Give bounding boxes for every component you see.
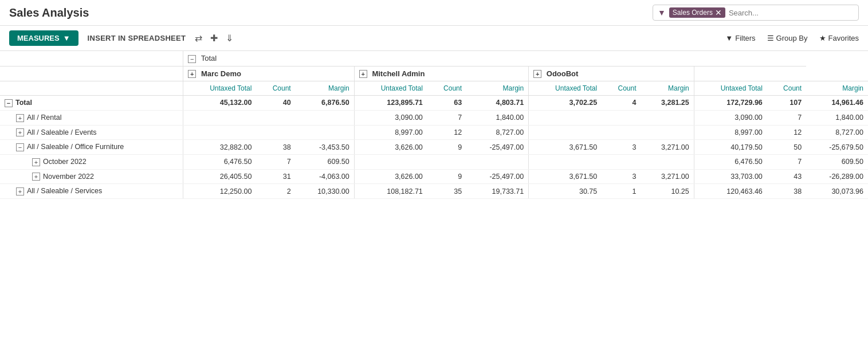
row-expand-icon[interactable]: + bbox=[32, 173, 40, 181]
cell-odoobot-count: 3 bbox=[602, 169, 641, 184]
table-row: +All / Saleable / Services12,250.00210,3… bbox=[0, 184, 868, 199]
cell-grand-margin: 609.50 bbox=[806, 154, 868, 169]
favorites-button[interactable]: ★ Favorites bbox=[819, 34, 859, 42]
groupby-button[interactable]: ☰ Group By bbox=[767, 34, 808, 42]
cell-mitchell_admin-count: 35 bbox=[427, 184, 466, 199]
search-area: ▼ Sales Orders ✕ bbox=[653, 5, 859, 21]
cell-marc_demo-count: 7 bbox=[256, 154, 295, 169]
cell-odoobot-count: 1 bbox=[602, 184, 641, 199]
total-collapse-icon[interactable]: − bbox=[188, 55, 196, 63]
marc-demo-expand-icon[interactable]: + bbox=[188, 70, 196, 78]
empty-col-header bbox=[0, 66, 183, 81]
row-label: +All / Rental bbox=[0, 110, 183, 125]
cell-odoobot-margin bbox=[641, 110, 694, 125]
cell-odoobot-margin bbox=[641, 125, 694, 140]
cell-marc_demo-count: 40 bbox=[256, 96, 295, 111]
cell-marc_demo-untaxed bbox=[183, 110, 257, 125]
cell-mitchell_admin-untaxed: 3,626.00 bbox=[354, 169, 427, 184]
move-icon[interactable]: ✚ bbox=[210, 33, 218, 44]
cell-grand-margin: 1,840.00 bbox=[806, 110, 868, 125]
toolbar-right: ▼ Filters ☰ Group By ★ Favorites bbox=[725, 34, 859, 42]
table-row: +All / Rental3,090.0071,840.003,090.0071… bbox=[0, 110, 868, 125]
measures-chevron-icon: ▼ bbox=[63, 34, 70, 42]
cell-odoobot-margin: 10.25 bbox=[641, 184, 694, 199]
mitchell-margin-header: Margin bbox=[466, 81, 529, 96]
grand-total-col-header bbox=[694, 66, 868, 81]
page-title: Sales Analysis bbox=[9, 6, 89, 19]
row-expand-icon[interactable]: + bbox=[16, 187, 24, 195]
cell-mitchell_admin-count: 63 bbox=[427, 96, 466, 111]
insert-spreadsheet-button[interactable]: INSERT IN SPREADSHEET bbox=[88, 34, 186, 42]
cell-odoobot-untaxed bbox=[529, 110, 602, 125]
cell-grand-margin: -26,289.00 bbox=[806, 169, 868, 184]
table-row: +October 20226,476.507609.506,476.507609… bbox=[0, 154, 868, 169]
row-collapse-icon[interactable]: − bbox=[16, 143, 24, 151]
search-filter-tag[interactable]: Sales Orders ✕ bbox=[669, 7, 725, 18]
cell-mitchell_admin-untaxed: 8,997.00 bbox=[354, 125, 427, 140]
row-expand-icon[interactable]: + bbox=[16, 114, 24, 122]
cell-grand-count: 107 bbox=[767, 96, 806, 111]
cell-grand-count: 43 bbox=[767, 169, 806, 184]
groupby-icon: ☰ bbox=[767, 34, 774, 42]
cell-marc_demo-count bbox=[256, 125, 295, 140]
groupby-label: Group By bbox=[776, 34, 808, 42]
header-total-row: − Total bbox=[0, 51, 868, 66]
swap-icon[interactable]: ⇄ bbox=[195, 33, 202, 44]
cell-marc_demo-count: 2 bbox=[256, 184, 295, 199]
cell-mitchell_admin-count: 9 bbox=[427, 169, 466, 184]
filter-tag-close[interactable]: ✕ bbox=[715, 9, 722, 17]
filters-button[interactable]: ▼ Filters bbox=[725, 34, 755, 42]
table-row: −All / Saleable / Office Furniture32,882… bbox=[0, 140, 868, 155]
cell-mitchell_admin-margin: -25,497.00 bbox=[466, 169, 529, 184]
mitchell-admin-expand-icon[interactable]: + bbox=[359, 70, 367, 78]
row-label-col-header bbox=[0, 81, 183, 96]
table-row: −Total45,132.00406,876.50123,895.71634,8… bbox=[0, 96, 868, 111]
table-row: +All / Saleable / Events8,997.00128,727.… bbox=[0, 125, 868, 140]
odoobot-expand-icon[interactable]: + bbox=[533, 70, 541, 78]
search-input[interactable] bbox=[729, 9, 854, 17]
cell-mitchell_admin-untaxed: 3,626.00 bbox=[354, 140, 427, 155]
cell-grand-margin: 30,073.96 bbox=[806, 184, 868, 199]
marc-count-header: Count bbox=[256, 81, 295, 96]
cell-grand-untaxed: 33,703.00 bbox=[694, 169, 767, 184]
cell-odoobot-count bbox=[602, 125, 641, 140]
cell-odoobot-untaxed: 3,671.50 bbox=[529, 140, 602, 155]
measures-button[interactable]: MEASURES ▼ bbox=[9, 30, 78, 46]
measures-label: MEASURES bbox=[17, 34, 60, 42]
mitchell-count-header: Count bbox=[427, 81, 466, 96]
cell-grand-untaxed: 3,090.00 bbox=[694, 110, 767, 125]
cell-mitchell_admin-margin: 1,840.00 bbox=[466, 110, 529, 125]
row-collapse-icon[interactable]: − bbox=[5, 99, 13, 107]
row-expand-icon[interactable]: + bbox=[16, 128, 24, 136]
odoobot-header: + OdooBot bbox=[529, 66, 694, 81]
row-expand-icon[interactable]: + bbox=[32, 158, 40, 166]
table-row: +November 202226,405.5031-4,063.003,626.… bbox=[0, 169, 868, 184]
cell-grand-count: 7 bbox=[767, 154, 806, 169]
cell-marc_demo-margin: -4,063.00 bbox=[296, 169, 355, 184]
cell-grand-count: 50 bbox=[767, 140, 806, 155]
cell-marc_demo-count bbox=[256, 110, 295, 125]
cell-grand-untaxed: 6,476.50 bbox=[694, 154, 767, 169]
cell-odoobot-untaxed: 3,671.50 bbox=[529, 169, 602, 184]
cell-grand-count: 38 bbox=[767, 184, 806, 199]
cell-marc_demo-untaxed: 26,405.50 bbox=[183, 169, 257, 184]
cell-grand-untaxed: 40,179.50 bbox=[694, 140, 767, 155]
odoobot-margin-header: Margin bbox=[641, 81, 694, 96]
cell-odoobot-untaxed bbox=[529, 125, 602, 140]
cell-marc_demo-margin: 10,330.00 bbox=[296, 184, 355, 199]
cell-mitchell_admin-count: 7 bbox=[427, 110, 466, 125]
cell-mitchell_admin-margin bbox=[466, 154, 529, 169]
download-icon[interactable]: ⇓ bbox=[226, 33, 233, 44]
cell-odoobot-margin: 3,271.00 bbox=[641, 140, 694, 155]
cell-mitchell_admin-untaxed: 108,182.71 bbox=[354, 184, 427, 199]
cell-mitchell_admin-untaxed: 3,090.00 bbox=[354, 110, 427, 125]
cell-odoobot-untaxed bbox=[529, 154, 602, 169]
row-label: −All / Saleable / Office Furniture bbox=[0, 140, 183, 155]
cell-mitchell_admin-untaxed bbox=[354, 154, 427, 169]
cell-marc_demo-untaxed: 12,250.00 bbox=[183, 184, 257, 199]
empty-header bbox=[0, 51, 183, 66]
top-bar: Sales Analysis ▼ Sales Orders ✕ bbox=[0, 0, 868, 26]
cell-grand-count: 12 bbox=[767, 125, 806, 140]
cell-mitchell_admin-count bbox=[427, 154, 466, 169]
col-subheaders-row: Untaxed Total Count Margin Untaxed Total… bbox=[0, 81, 868, 96]
